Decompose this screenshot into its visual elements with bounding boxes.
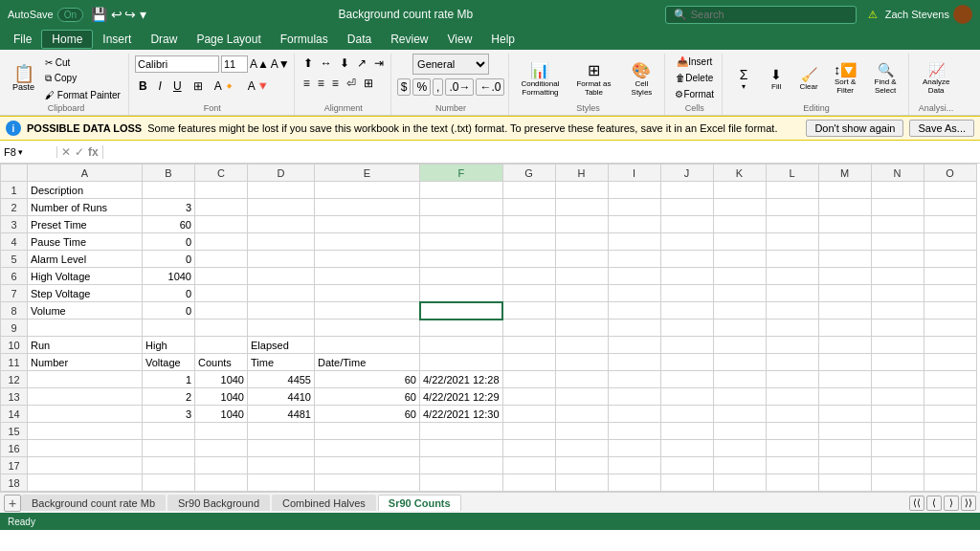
cell[interactable] [713,406,766,423]
cell[interactable] [502,251,555,268]
align-bottom-button[interactable]: ⬇ [337,55,352,71]
cell[interactable]: Counts [195,354,248,371]
format-button[interactable]: ⚙ Format [671,86,718,101]
cell[interactable] [871,268,924,285]
col-header-o[interactable]: O [924,165,976,182]
sheet-tab-combined-halves[interactable]: Combined Halves [272,495,376,511]
cell[interactable] [420,423,503,440]
col-header-h[interactable]: H [555,165,608,182]
cell[interactable]: Number of Runs [28,199,143,216]
decrease-decimal-button[interactable]: ←.0 [476,78,504,96]
cell[interactable] [713,388,766,406]
cell[interactable] [502,440,555,457]
cell[interactable] [713,268,766,285]
cell[interactable] [608,285,660,302]
align-top-button[interactable]: ⬆ [301,55,316,71]
cell[interactable] [502,268,555,285]
col-header-a[interactable]: A [28,165,143,182]
cell[interactable] [248,251,315,268]
cell[interactable] [818,251,871,268]
insert-button[interactable]: 📥 Insert [673,54,716,69]
cell[interactable] [195,423,248,440]
cell[interactable]: 1040 [195,371,248,388]
percent-button[interactable]: $ [397,78,412,96]
cell[interactable] [315,320,420,337]
sheet-tab-background-count[interactable]: Background count rate Mb [21,495,166,511]
cell[interactable]: 4410 [248,388,315,406]
cell[interactable] [28,457,143,474]
number-format-select[interactable]: General Number Currency Date [412,54,489,75]
cell[interactable]: 4/22/2021 12:28 [420,371,503,388]
cell[interactable] [420,182,503,199]
cell[interactable] [924,423,976,440]
cell[interactable] [248,182,315,199]
cell[interactable] [713,182,766,199]
cell[interactable] [315,233,420,251]
cell[interactable] [195,216,248,233]
customize-icon[interactable]: ▾ [140,7,146,22]
cell[interactable]: 60 [143,216,195,233]
cell[interactable] [818,182,871,199]
cell[interactable] [660,388,713,406]
row-number[interactable]: 4 [1,233,28,251]
cell[interactable] [555,182,608,199]
cell[interactable] [420,199,503,216]
cell[interactable] [660,337,713,354]
cell[interactable] [502,388,555,406]
menu-file[interactable]: File [4,31,41,48]
sheet-tab-sr90-background[interactable]: Sr90 Background [167,495,270,511]
autosave-toggle[interactable]: On [57,8,83,22]
cell[interactable] [871,233,924,251]
dont-show-button[interactable]: Don't show again [806,120,903,137]
cancel-formula-icon[interactable]: ✕ [61,145,71,159]
cell[interactable] [608,440,660,457]
cell[interactable] [608,354,660,371]
cell[interactable] [608,320,660,337]
font-color-button[interactable]: A🔻 [244,77,274,95]
cell[interactable]: Alarm Level [28,251,143,268]
cell[interactable] [555,199,608,216]
cell[interactable] [315,337,420,354]
cell[interactable] [660,406,713,423]
cell[interactable] [555,285,608,302]
col-header-f[interactable]: F [420,165,503,182]
cell[interactable] [766,423,818,440]
cell[interactable] [924,199,976,216]
cell[interactable] [713,474,766,492]
cell[interactable] [924,233,976,251]
cell[interactable] [195,474,248,492]
cell[interactable] [195,457,248,474]
cell[interactable] [766,233,818,251]
cell[interactable] [195,302,248,320]
cell[interactable] [766,354,818,371]
cell[interactable]: High [143,337,195,354]
cell[interactable] [924,182,976,199]
cell[interactable] [766,302,818,320]
col-header-i[interactable]: I [608,165,660,182]
cell[interactable] [818,337,871,354]
font-shrink-icon[interactable]: A▼ [271,57,290,71]
cell[interactable] [195,182,248,199]
cell[interactable] [660,182,713,199]
cell[interactable] [608,302,660,320]
cell[interactable] [608,388,660,406]
cell[interactable] [713,440,766,457]
cell[interactable] [608,216,660,233]
cell[interactable] [818,406,871,423]
cell[interactable] [660,302,713,320]
cell[interactable] [502,423,555,440]
menu-help[interactable]: Help [481,31,524,48]
cell[interactable] [248,268,315,285]
align-center-button[interactable]: ≡ [315,76,327,91]
cell[interactable] [818,199,871,216]
cell[interactable] [555,457,608,474]
cell[interactable] [195,233,248,251]
italic-button[interactable]: I [155,77,166,95]
cell[interactable] [502,302,555,320]
cell[interactable] [143,423,195,440]
row-number[interactable]: 8 [1,302,28,320]
cell[interactable] [660,354,713,371]
undo-icon[interactable]: ↩ [111,7,122,22]
font-name-input[interactable] [135,55,219,73]
cell[interactable] [924,457,976,474]
